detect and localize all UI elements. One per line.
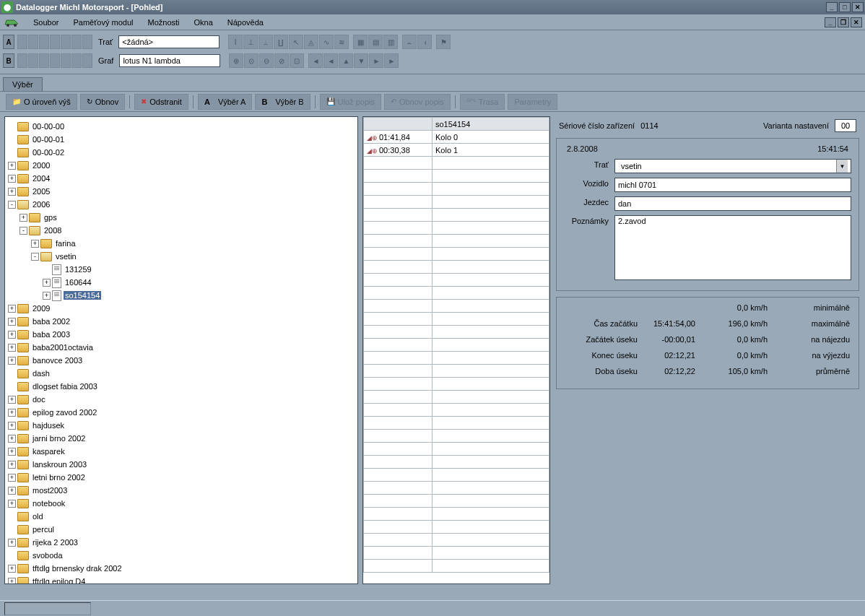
chart-icon[interactable]: ⫠ — [402, 35, 417, 49]
pointer-icon[interactable]: ↖ — [289, 35, 303, 49]
zoom-out-icon[interactable]: ⊖ — [259, 53, 274, 68]
tree-label[interactable]: epilog zavod 2002 — [31, 408, 98, 417]
tree-node[interactable]: 00-00-02 — [8, 146, 355, 159]
tree-node[interactable]: 131259 — [8, 263, 355, 276]
lap-row-empty[interactable] — [364, 287, 549, 300]
tree-label[interactable]: dash — [31, 369, 51, 378]
expand-icon[interactable]: + — [8, 539, 16, 547]
lap-row-empty[interactable] — [364, 196, 549, 209]
tree-label[interactable]: 2000 — [31, 161, 51, 170]
tree-node[interactable]: 00-00-00 — [8, 120, 355, 133]
tree-label[interactable]: letni brno 2002 — [31, 473, 87, 482]
tree-label[interactable]: most2003 — [31, 486, 69, 495]
tree-label[interactable]: 00-00-00 — [31, 122, 66, 131]
lap-row-empty[interactable] — [364, 391, 549, 404]
menu-napoveda[interactable]: Nápověda — [220, 17, 271, 28]
tree-label[interactable]: jarni brno 2002 — [31, 434, 87, 443]
tree-node[interactable]: dash — [8, 367, 355, 380]
tree-label[interactable]: 160644 — [64, 278, 93, 287]
tree-node[interactable]: -vsetin — [8, 250, 355, 263]
tree-node[interactable]: percul — [8, 523, 355, 536]
tree-node[interactable]: +lanskroun 2003 — [8, 458, 355, 471]
tree-label[interactable]: banovce 2003 — [31, 356, 84, 365]
slot[interactable] — [39, 35, 49, 49]
lap-row-empty[interactable] — [364, 300, 549, 313]
chevron-down-icon[interactable]: ▼ — [836, 160, 848, 173]
restore-desc-button[interactable]: ↶Obnov popis — [384, 94, 451, 110]
tree-node[interactable]: +kasparek — [8, 445, 355, 458]
graf-input[interactable] — [119, 54, 220, 67]
minimize-button[interactable]: _ — [826, 2, 838, 12]
tree-node[interactable]: +2009 — [8, 302, 355, 315]
lap-row-empty[interactable] — [364, 508, 549, 521]
tree-node[interactable]: +banovce 2003 — [8, 354, 355, 367]
tree-node[interactable]: +rijeka 2 2003 — [8, 536, 355, 549]
tree-node[interactable]: +baba 2003 — [8, 328, 355, 341]
expand-icon[interactable]: + — [43, 279, 51, 287]
tree-node[interactable]: +tftdlg epilog D4 — [8, 575, 355, 584]
zoom-icon[interactable]: ⊙ — [244, 53, 258, 68]
flag-icon[interactable]: ⚑ — [436, 35, 451, 49]
up-level-button[interactable]: 📁O úroveň výš — [6, 94, 77, 110]
lap-row-empty[interactable] — [364, 209, 549, 222]
lap-row-empty[interactable] — [364, 534, 549, 547]
expand-icon[interactable]: + — [8, 487, 16, 495]
lap-row[interactable]: ◢⊕01:41,84Kolo 0 — [364, 131, 549, 144]
lap-row-empty[interactable] — [364, 378, 549, 391]
slot[interactable] — [28, 35, 38, 49]
mdi-close-button[interactable]: ✕ — [851, 17, 862, 27]
expand-icon[interactable]: + — [8, 435, 16, 443]
tree-label[interactable]: 00-00-02 — [31, 148, 66, 157]
lap-row-empty[interactable] — [364, 560, 549, 573]
lap-row[interactable]: ◢⊕00:30,38Kolo 1 — [364, 144, 549, 157]
zoom-icon[interactable]: ⊘ — [274, 53, 289, 68]
slot[interactable] — [39, 53, 49, 68]
tree-node[interactable]: -2008 — [8, 224, 355, 237]
tree-label[interactable]: 131259 — [64, 265, 93, 274]
expand-icon[interactable]: + — [8, 422, 16, 430]
tree-label[interactable]: old — [31, 512, 45, 521]
tree-node[interactable]: +2005 — [8, 185, 355, 198]
zoom-fit-icon[interactable]: ⊡ — [290, 53, 304, 68]
tree-label[interactable]: 2006 — [31, 200, 51, 209]
tree-node[interactable]: +2000 — [8, 159, 355, 172]
tree-node[interactable]: +farina — [8, 237, 355, 250]
collapse-icon[interactable]: - — [31, 253, 39, 261]
right-arrow-icon[interactable]: ► — [384, 53, 399, 68]
tool-icon[interactable]: ⟂ — [258, 35, 273, 49]
expand-icon[interactable]: + — [8, 500, 16, 508]
tree-node[interactable]: dlogset fabia 2003 — [8, 380, 355, 393]
expand-icon[interactable]: + — [8, 565, 16, 573]
left-arrow-icon[interactable]: ◄ — [323, 53, 338, 68]
select-a-button[interactable]: A Výběr A — [198, 94, 253, 110]
tree-label[interactable]: 2008 — [43, 226, 63, 235]
tool-icon[interactable]: ∿ — [319, 35, 334, 49]
laps-header-time[interactable] — [364, 118, 432, 131]
tree-label[interactable]: farina — [54, 239, 77, 248]
expand-icon[interactable]: + — [8, 344, 16, 352]
zoom-in-icon[interactable]: ⊕ — [229, 53, 243, 68]
poznamky-textarea[interactable] — [614, 215, 851, 280]
maximize-button[interactable]: □ — [839, 2, 851, 12]
tree-label[interactable]: 2005 — [31, 187, 51, 196]
tree-scroll[interactable]: 00-00-0000-00-0100-00-02+2000+2004+2005-… — [5, 117, 357, 584]
lap-row-empty[interactable] — [364, 235, 549, 248]
slot[interactable] — [28, 53, 38, 68]
tree-label[interactable]: 2004 — [31, 174, 51, 183]
lap-row-empty[interactable] — [364, 365, 549, 378]
tree-node[interactable]: old — [8, 510, 355, 523]
expand-icon[interactable]: + — [8, 409, 16, 417]
lap-row-empty[interactable] — [364, 326, 549, 339]
expand-icon[interactable]: + — [8, 578, 16, 584]
jezdec-input[interactable] — [614, 196, 851, 211]
grid-icon[interactable]: ▦ — [353, 35, 368, 49]
tree-label[interactable]: kasparek — [31, 447, 66, 456]
left-arrow-icon[interactable]: ◄ — [308, 53, 323, 68]
tree-node[interactable]: +most2003 — [8, 484, 355, 497]
tree-node[interactable]: -2006 — [8, 198, 355, 211]
lap-row-empty[interactable] — [364, 183, 549, 196]
cursor-icon[interactable]: I — [228, 35, 243, 49]
slot[interactable] — [82, 35, 92, 49]
expand-icon[interactable]: + — [8, 396, 16, 404]
tree-node[interactable]: 00-00-01 — [8, 133, 355, 146]
